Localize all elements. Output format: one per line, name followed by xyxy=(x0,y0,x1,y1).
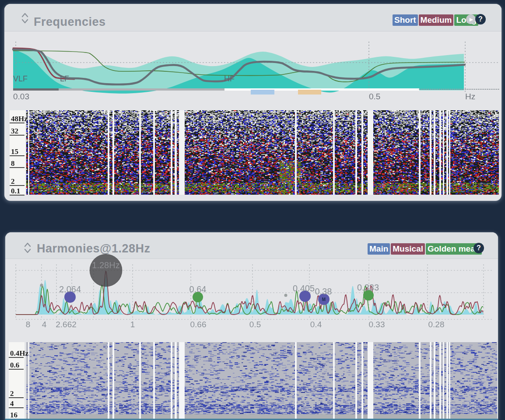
spectrogram-tick-label: 48Hz xyxy=(10,115,25,123)
peak-value-label: 2.064 xyxy=(59,284,81,294)
axis-tick-label: 0.4 xyxy=(310,320,322,329)
harmonics-spectrogram[interactable] xyxy=(26,342,497,419)
peak-value-label: 0.64 xyxy=(189,284,207,294)
axis-tick-label: 0.5 xyxy=(369,92,380,102)
peak-value-label: 0.405 xyxy=(293,284,315,294)
axis-tick-label: 0.28 xyxy=(428,320,445,329)
band-label: HF xyxy=(224,74,235,84)
spectrogram-y-axis: 0.4Hz0.62416 xyxy=(9,342,25,419)
spectrogram-tick-label: 2 xyxy=(9,389,24,398)
frequency-curves-chart[interactable] xyxy=(4,37,501,107)
spectrogram-tick-label: 2 xyxy=(10,177,25,186)
band-label: LF xyxy=(60,74,69,84)
axis-tick-label: 0.03 xyxy=(13,92,29,102)
question-icon: ? xyxy=(477,244,481,252)
panel-title: Frequencies xyxy=(34,15,106,29)
axis-tick-label: 0.66 xyxy=(190,320,207,329)
band-label: VLF xyxy=(13,74,28,84)
axis-tick-label: 4 xyxy=(42,320,47,329)
spectrogram-tick-label: 0.1 xyxy=(10,187,25,196)
frequencies-panel: Frequencies ShortMediumLong ▶ ? VLFLFHF … xyxy=(4,4,501,201)
axis-tick-label: 1 xyxy=(130,320,135,329)
spectrogram-tick-label: 0.4Hz xyxy=(9,349,24,358)
collapse-toggle-icon[interactable] xyxy=(21,12,29,24)
spectrogram-y-axis: 48Hz3215820.1 xyxy=(10,110,25,195)
axis-tick-label: 8 xyxy=(26,320,31,329)
spectrogram-tick-label: 16 xyxy=(9,411,24,420)
help-button[interactable]: ? xyxy=(475,14,486,24)
question-icon: ? xyxy=(478,15,483,23)
spectrogram-tick-label: 4 xyxy=(9,399,24,408)
playback-button[interactable]: ▶ xyxy=(466,14,476,24)
peak-value-label: 0.38 xyxy=(315,287,332,297)
axis-tick-label: Hz xyxy=(465,92,475,102)
legend-badge[interactable]: Medium xyxy=(419,14,454,26)
spectrogram-tick-label: 8 xyxy=(10,159,25,168)
axis-tick-label: 0.33 xyxy=(369,320,385,329)
main-peak-label: 1.28Hz xyxy=(92,260,119,270)
frequencies-legend: ShortMediumLong xyxy=(393,14,478,26)
axis-tick-label: 0.5 xyxy=(249,320,261,329)
spectrogram-tick-label: 32 xyxy=(10,127,25,136)
axis-tick-label: 2.662 xyxy=(56,320,77,329)
spectrogram-tick-label: 0.6 xyxy=(9,361,24,370)
legend-badge[interactable]: Short xyxy=(393,14,418,26)
peak-value-label: 0.333 xyxy=(357,283,379,293)
app-root: Frequencies ShortMediumLong ▶ ? VLFLFHF … xyxy=(0,0,505,420)
harmonies-panel: Harmonies@1.28Hz MainMusicalGolden mean … xyxy=(5,232,498,420)
spectrogram-tick-label: 15 xyxy=(10,147,25,156)
play-icon: ▶ xyxy=(470,17,473,22)
frequency-spectrogram[interactable] xyxy=(26,110,499,195)
